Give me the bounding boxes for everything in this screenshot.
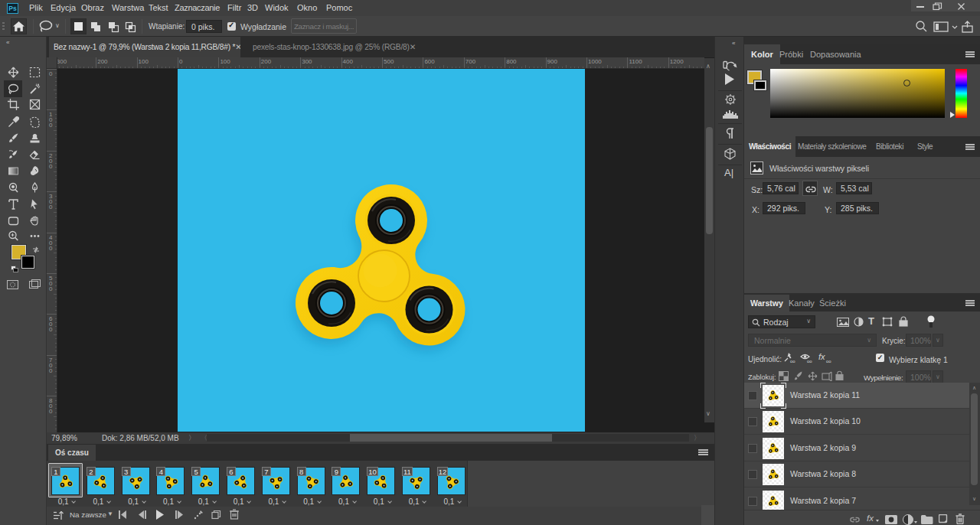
svg-text:fx: fx [818,352,825,361]
svg-text:oo: oo [826,359,831,364]
svg-text:oo: oo [807,359,812,364]
svg-text:oo: oo [790,359,795,364]
